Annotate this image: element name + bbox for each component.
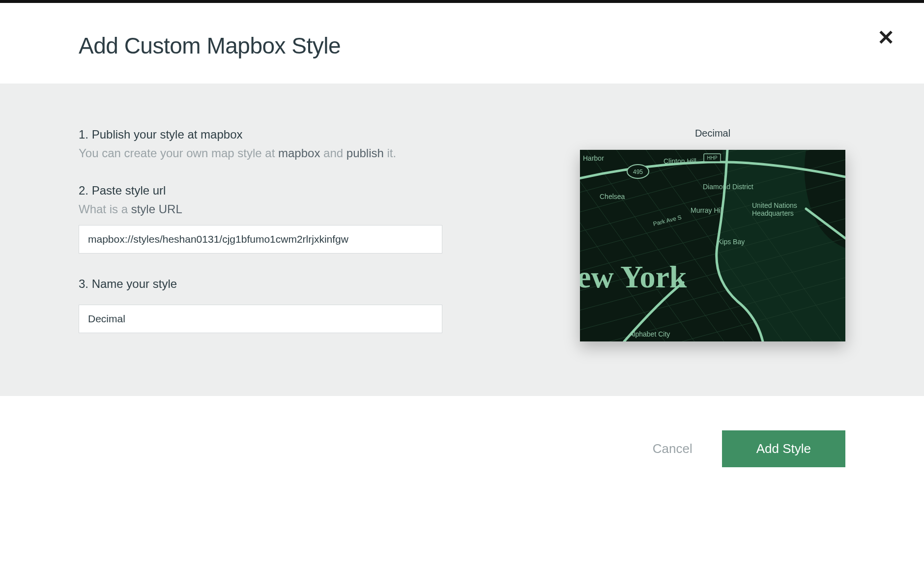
step3-title: 3. Name your style [79,277,442,291]
add-mapbox-style-modal: Add Custom Mapbox Style ✕ 1. Publish you… [0,0,924,565]
modal-body: 1. Publish your style at mapbox You can … [0,84,924,396]
step2-title: 2. Paste style url [79,184,442,198]
modal-title: Add Custom Mapbox Style [79,32,845,59]
map-preview-svg: 495 HHP Harbor Clinton Hill Diamond Dist… [580,150,845,341]
step-paste-url: 2. Paste style url What is a style URL [79,184,442,254]
map-label-un: United Nations Headquarters [752,201,799,217]
hhp-sign-icon: HHP [704,154,721,162]
form-column: 1. Publish your style at mapbox You can … [79,128,442,357]
step2-sub-prefix: What is a [79,202,131,216]
map-label-clinton: Clinton Hill [664,157,696,165]
step1-subtitle: You can create your own map style at map… [79,146,442,160]
map-label-kips: Kips Bay [718,238,745,246]
mapbox-link[interactable]: mapbox [278,146,320,160]
close-button[interactable]: ✕ [877,28,895,48]
map-label-diamond: Diamond District [703,183,753,191]
step2-subtitle: What is a style URL [79,202,442,216]
map-label-new-york: ew York [580,259,687,294]
step1-sub-suffix: it. [384,146,396,160]
preview-column: Decimal [580,128,845,357]
route-shield-icon: 495 [627,165,649,178]
step1-title: 1. Publish your style at mapbox [79,128,442,141]
style-url-link[interactable]: style URL [131,202,182,216]
cancel-button[interactable]: Cancel [653,441,693,456]
svg-text:HHP: HHP [707,155,717,161]
step-publish: 1. Publish your style at mapbox You can … [79,128,442,160]
style-name-input[interactable] [79,305,442,333]
map-label-chelsea: Chelsea [600,193,625,200]
map-label-harbor: Harbor [583,154,604,162]
close-icon: ✕ [877,26,895,49]
step1-sub-mid: and [320,146,346,160]
map-preview-image: 495 HHP Harbor Clinton Hill Diamond Dist… [580,150,845,341]
modal-footer: Cancel Add Style [0,396,924,565]
step-name-style: 3. Name your style [79,277,442,333]
style-url-input[interactable] [79,225,442,254]
step1-sub-prefix: You can create your own map style at [79,146,278,160]
map-label-murray: Murray Hill [691,206,723,214]
preview-label: Decimal [695,128,730,139]
modal-header: Add Custom Mapbox Style ✕ [0,3,924,84]
add-style-button[interactable]: Add Style [722,430,845,467]
svg-text:495: 495 [633,169,643,175]
map-label-alphabet: Alphabet City [629,330,670,338]
publish-link[interactable]: publish [346,146,384,160]
